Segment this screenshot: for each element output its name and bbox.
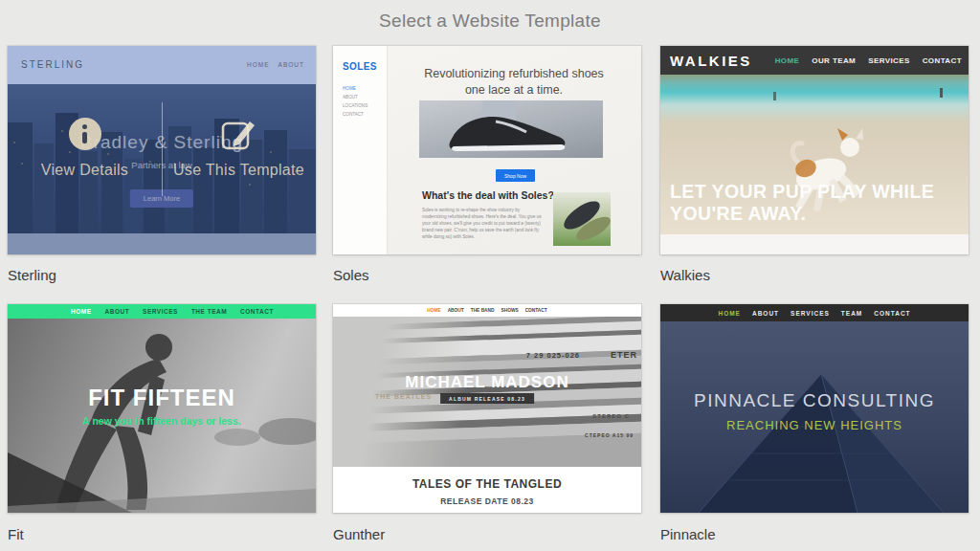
walkies-nav-home: HOME — [775, 56, 800, 65]
gunther-album-release-badge: ALBUM RELEASE 08.23 — [440, 393, 534, 404]
fit-nav-services: SERVICES — [143, 308, 178, 315]
walkies-nav-services: SERVICES — [868, 56, 910, 65]
gunther-hero-heading: MICHAEL MADSON — [333, 373, 641, 392]
template-name-fit: Fit — [8, 526, 24, 542]
use-template-label: Use This Template — [173, 162, 304, 179]
soles-nav-home: HOME — [343, 84, 368, 93]
view-details-label: View Details — [41, 162, 128, 179]
soles-site-nav: HOME ABOUT LOCATIONS CONTACT — [343, 84, 368, 119]
template-card-walkies[interactable]: WALKIES HOME OUR TEAM SERVICES CONTACT — [660, 46, 969, 254]
fit-hero-heading: FIT FIFTEEN — [8, 385, 316, 411]
soles-site-logo: SOLES — [343, 61, 377, 72]
walkies-nav-contact: CONTACT — [923, 56, 962, 65]
template-name-sterling: Sterling — [8, 267, 56, 283]
gunther-nav-home: HOME — [427, 308, 440, 313]
fit-nav-home: HOME — [71, 308, 92, 315]
pinnacle-nav-team: TEAM — [841, 310, 862, 317]
skyscraper-illustration — [660, 321, 969, 513]
pinnacle-nav-about: ABOUT — [752, 310, 779, 317]
info-icon — [69, 118, 101, 150]
fit-nav-the-team: THE TEAM — [191, 308, 227, 315]
soles-sneaker-image — [419, 100, 603, 158]
soles-shop-now-button: Shop Now — [496, 169, 535, 182]
gunther-footer-subtitle: RELEASE DATE 08.23 — [333, 496, 641, 506]
template-card-pinnacle[interactable]: HOME ABOUT SERVICES TEAM CONTACT PINNACL… — [660, 304, 969, 513]
walkies-nav-our-team: OUR TEAM — [812, 56, 856, 65]
pinnacle-nav-contact: CONTACT — [874, 310, 910, 317]
fit-hero-subheading: A new you in fifteen days or less. — [8, 415, 316, 427]
fit-site-nav: HOME ABOUT SERVICES THE TEAM CONTACT — [8, 304, 316, 319]
record-stereo2-text: CTEPEO A15 99 — [585, 432, 634, 438]
template-name-walkies: Walkies — [660, 267, 710, 283]
gunther-site-nav: HOME ABOUT THE BAND SHOWS CONTACT — [333, 304, 641, 317]
soles-nav-contact: CONTACT — [343, 110, 368, 119]
pinnacle-nav-services: SERVICES — [791, 310, 830, 317]
pencil-template-icon — [221, 118, 257, 150]
soles-nav-about: ABOUT — [343, 93, 368, 101]
template-gallery-page: Select a Website Template STERLING HOME … — [0, 0, 980, 551]
record-beatles-text: THE BEATLES — [375, 393, 432, 400]
pinnacle-site-nav: HOME ABOUT SERVICES TEAM CONTACT — [660, 304, 969, 321]
pinnacle-hero-heading: PINNACLE CONSULTING — [660, 390, 969, 411]
record-stereo-text: STEREO C — [592, 413, 630, 419]
walkies-heading-line2: YOU'RE AWAY. — [670, 203, 934, 225]
walkies-site-logo: WALKIES — [670, 53, 752, 69]
pinnacle-hero-image — [660, 321, 969, 513]
gunther-footer-title: TALES OF THE TANGLED — [333, 477, 641, 491]
soles-section-title: What's the deal with Soles? — [422, 189, 554, 201]
sterling-hover-overlay: View Details Use This Template — [8, 84, 316, 254]
page-title: Select a Website Template — [0, 11, 980, 32]
walkies-site-footer — [660, 234, 969, 254]
soles-sidebar — [333, 46, 388, 254]
soles-heading-line1: Revolutionizing refurbished shoes — [387, 67, 641, 80]
template-card-gunther[interactable]: HOME ABOUT THE BAND SHOWS CONTACT — [333, 304, 641, 513]
record-label-text: ETER — [611, 350, 637, 360]
template-name-pinnacle: Pinnacle — [660, 526, 716, 542]
walkies-hero-heading: LET YOUR PUP PLAY WHILE YOU'RE AWAY. — [670, 181, 934, 225]
gunther-nav-the-band: THE BAND — [471, 308, 495, 313]
template-card-soles[interactable]: SOLES HOME ABOUT LOCATIONS CONTACT Revol… — [333, 46, 641, 254]
soles-small-photo — [553, 192, 611, 246]
walkies-site-nav: HOME OUR TEAM SERVICES CONTACT — [775, 56, 962, 65]
soles-heading-line2: one lace at a time. — [387, 83, 641, 97]
soles-nav-locations: LOCATIONS — [343, 101, 368, 110]
view-details-button[interactable]: View Details — [8, 63, 162, 233]
gunther-nav-shows: SHOWS — [501, 308, 519, 313]
template-name-gunther: Gunther — [333, 526, 385, 542]
sneaker-illustration — [419, 100, 603, 158]
fit-nav-about: ABOUT — [105, 308, 130, 315]
template-name-soles: Soles — [333, 267, 369, 283]
template-card-fit[interactable]: HOME ABOUT SERVICES THE TEAM CONTACT — [8, 304, 316, 513]
soles-section-body: Soles is working to re-shape the shoe in… — [422, 207, 545, 240]
pinnacle-nav-home: HOME — [718, 310, 741, 317]
use-this-template-button[interactable]: Use This Template — [162, 63, 316, 233]
template-card-sterling[interactable]: STERLING HOME ABOUT — [8, 46, 316, 254]
gunther-nav-contact: CONTACT — [525, 308, 547, 313]
record-catalog-number: 7 29 025-026 — [526, 351, 580, 360]
hanging-shoes-illustration — [553, 192, 611, 246]
gunther-nav-about: ABOUT — [448, 308, 464, 313]
fit-nav-contact: CONTACT — [240, 308, 274, 315]
pinnacle-hero-subheading: REACHING NEW HEIGHTS — [660, 418, 969, 432]
walkies-heading-line1: LET YOUR PUP PLAY WHILE — [670, 181, 934, 203]
